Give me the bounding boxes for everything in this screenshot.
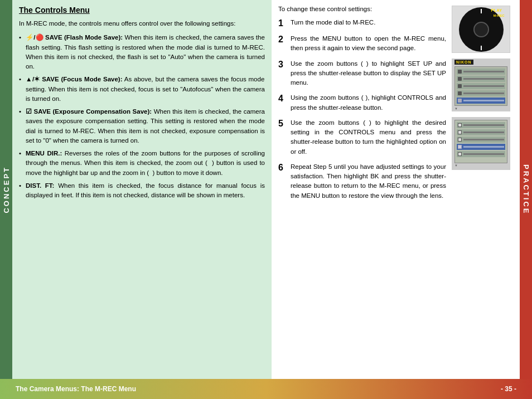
settings-list: ⚡/🔴 SAVE (Flash Mode Save): When this it…	[19, 33, 265, 200]
step-number-2: 2	[278, 34, 287, 45]
right-text-area: To change these control settings: 1 Turn…	[278, 6, 446, 373]
step-text-6: Repeat Step 5 until you have adjusted se…	[291, 162, 446, 201]
list-item: MENU DIR.: Reverses the roles of the zoo…	[19, 149, 265, 178]
camera-dial-image: PLAY M-REC	[452, 6, 510, 53]
flash-save-label: ⚡/🔴 SAVE (Flash Mode Save):	[26, 34, 123, 41]
step-item-5: 5 Use the zoom buttons ( ) to highlight …	[278, 118, 446, 157]
step-item-1: 1 Turn the mode dial to M-REC.	[278, 18, 446, 28]
left-panel: The Controls Menu In M-REC mode, the con…	[12, 0, 272, 379]
practice-label: PRACTICE	[522, 164, 530, 215]
step-number-4: 4	[278, 93, 287, 104]
step-number-5: 5	[278, 118, 287, 129]
step-item-6: 6 Repeat Step 5 until you have adjusted …	[278, 162, 446, 201]
step-item-2: 2 Press the MENU button to open the M-RE…	[278, 34, 446, 53]
step-text-4: Using the zoom buttons ( ), highlight CO…	[291, 93, 446, 113]
step-text-1: Turn the mode dial to M-REC.	[291, 18, 375, 27]
bottom-bar: The Camera Menus: The M-REC Menu - 35 -	[0, 379, 532, 399]
step-number-6: 6	[278, 162, 287, 173]
list-item: ⚡/🔴 SAVE (Flash Mode Save): When this it…	[19, 33, 265, 71]
menu-dir-text: Reverses the roles of the zoom buttons f…	[26, 150, 265, 176]
dist-ft-text: When this item is checked, the focus dis…	[26, 182, 265, 198]
left-panel-intro: In M-REC mode, the controls menu offers …	[19, 19, 265, 28]
focus-save-label: ▲/✶ SAVE (Focus Mode Save):	[26, 76, 122, 82]
camera-images-column: PLAY M-REC NIKON	[452, 6, 513, 373]
step-number-3: 3	[278, 59, 287, 70]
list-item: ☑ SAVE (Exposure Compensation Save): Whe…	[19, 107, 265, 145]
step-text-3: Use the zoom buttons ( ) to highlight SE…	[291, 59, 446, 88]
bottom-left-text: The Camera Menus: The M-REC Menu	[0, 385, 501, 393]
bottom-right-text: - 35 -	[501, 385, 532, 393]
exposure-save-label: ☑ SAVE (Exposure Compensation Save):	[26, 108, 152, 115]
list-item: ▲/✶ SAVE (Focus Mode Save): As above, bu…	[19, 75, 265, 104]
practice-sidebar: PRACTICE	[520, 0, 532, 379]
right-intro: To change these control settings:	[278, 6, 446, 12]
list-item: DIST. FT: When this item is checked, the…	[19, 181, 265, 201]
right-panel: To change these control settings: 1 Turn…	[272, 0, 520, 379]
camera-menu-screen-1: NIKON	[452, 59, 510, 111]
concept-sidebar: CONCEPT	[0, 0, 12, 379]
main-content: The Controls Menu In M-REC mode, the con…	[12, 0, 520, 379]
step-text-2: Press the MENU button to open the M-REC …	[291, 34, 446, 53]
concept-label: CONCEPT	[2, 166, 11, 213]
step-item-4: 4 Using the zoom buttons ( ), highlight …	[278, 93, 446, 113]
menu-dir-label: MENU DIR.:	[26, 150, 62, 157]
left-panel-title: The Controls Menu	[19, 6, 265, 14]
step-text-5: Use the zoom buttons ( ) to highlight th…	[291, 118, 446, 157]
dist-ft-label: DIST. FT:	[26, 182, 54, 189]
camera-menu-screen-2: ▼	[452, 117, 510, 170]
step-number-1: 1	[278, 18, 287, 28]
step-item-3: 3 Use the zoom buttons ( ) to highlight …	[278, 59, 446, 88]
steps-list: 1 Turn the mode dial to M-REC. 2 Press t…	[278, 18, 446, 201]
